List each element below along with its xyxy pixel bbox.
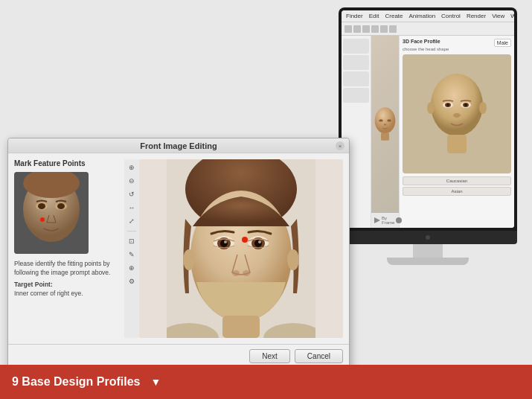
tool-rotate[interactable]: ↺ [126, 189, 137, 200]
stand-neck [413, 244, 443, 258]
menu-edit[interactable]: Edit [369, 13, 379, 19]
mac-menubar: Finder Edit Create Animation Control Ren… [342, 10, 514, 22]
toolbar-btn-6[interactable] [389, 25, 397, 33]
monitor-screen-inner: Finder Edit Create Animation Control Ren… [342, 10, 514, 228]
dialog-close-button[interactable]: × [336, 141, 344, 150]
svg-rect-1 [447, 135, 467, 153]
svg-rect-38 [222, 316, 260, 338]
playback-button[interactable] [374, 217, 380, 223]
tool-settings[interactable]: ⚙ [126, 276, 137, 287]
svg-point-34 [224, 240, 227, 243]
svg-point-9 [464, 103, 467, 106]
face-3d-svg [423, 69, 490, 159]
thumb-red-dot [40, 217, 45, 222]
viewport-area [371, 36, 399, 213]
dialog-target-value: Inner corner of right eye. [14, 290, 83, 297]
next-button[interactable]: Next [249, 349, 290, 363]
gender-select[interactable]: Male [494, 39, 511, 47]
toolbar-btn-5[interactable] [380, 25, 388, 33]
svg-point-33 [254, 240, 262, 247]
monitor-chin [339, 231, 517, 244]
toolbar-btn-4[interactable] [371, 25, 379, 33]
dialog-large-face-area[interactable] [139, 159, 343, 338]
menu-create[interactable]: Create [385, 13, 403, 19]
tool-pen[interactable]: ✎ [126, 249, 137, 260]
dialog-front-image-editing: Front Image Editing × Mark Feature Point… [7, 138, 350, 368]
svg-rect-12 [381, 133, 389, 141]
bottom-bar[interactable]: 9 Base Design Profiles ▼ [0, 365, 532, 399]
bottom-bar-label: 9 Base Design Profiles [12, 375, 141, 389]
svg-point-0 [431, 74, 483, 136]
tool-divider [127, 231, 136, 232]
menu-finder[interactable]: Finder [346, 13, 363, 19]
tool-add[interactable]: ⊕ [126, 263, 137, 273]
toolbar-btn-3[interactable] [362, 25, 370, 33]
face-3d-container [403, 54, 511, 173]
playback-label: By Frame [382, 216, 394, 225]
side-list-item-1[interactable] [343, 39, 369, 54]
svg-point-2 [427, 102, 435, 114]
tool-expand[interactable]: ⤢ [126, 216, 137, 226]
slider-thumb[interactable] [396, 217, 402, 223]
toolbar-btn-1[interactable] [344, 25, 352, 33]
menu-control[interactable]: Control [441, 13, 461, 19]
svg-point-35 [258, 240, 261, 243]
tool-zoom-in[interactable]: ⊕ [126, 162, 137, 173]
dialog-instruction: Please identify the fitting points by fo… [14, 260, 118, 278]
svg-point-21 [57, 203, 65, 209]
profile-btn-caucasian[interactable]: Caucasian [403, 176, 511, 185]
svg-point-32 [220, 240, 228, 247]
side-list-item-3[interactable] [343, 71, 369, 86]
dialog-titlebar: Front Image Editing × [8, 138, 349, 153]
stand-base [387, 258, 469, 265]
svg-point-26 [183, 249, 195, 270]
dialog-toolbar: ⊕ ⊖ ↺ ↔ ⤢ ⊡ ✎ ⊕ ⚙ [124, 159, 139, 338]
svg-point-13 [379, 119, 383, 121]
screen-content: 3D Face Profile choose the head shape Ma… [342, 22, 514, 228]
monitor-screen: Finder Edit Create Animation Control Ren… [339, 7, 517, 231]
tool-zoom-out[interactable]: ⊖ [126, 176, 137, 186]
app-toolbar [342, 22, 514, 36]
tool-select[interactable]: ⊡ [126, 236, 137, 246]
dialog-large-face-svg [167, 159, 315, 338]
slider-area[interactable]: By Frame [371, 213, 399, 228]
svg-point-3 [479, 102, 487, 114]
svg-point-20 [38, 203, 45, 209]
dialog-target: Target Point: Inner corner of right eye. [14, 281, 118, 299]
dialog-target-label: Target Point: [14, 281, 53, 288]
face-panel-subtitle: choose the head shape [403, 47, 511, 51]
profile-btn-asian[interactable]: Asian [403, 187, 511, 196]
red-dot-feature-point [242, 237, 248, 243]
toolbar-btn-2[interactable] [353, 25, 361, 33]
dialog-left-panel: Mark Feature Points [14, 159, 118, 338]
menu-animation[interactable]: Animation [409, 13, 436, 19]
dialog-right-area: ⊕ ⊖ ↺ ↔ ⤢ ⊡ ✎ ⊕ ⚙ [124, 159, 343, 338]
svg-point-10 [453, 113, 461, 118]
profile-btns: Caucasian Asian [403, 176, 511, 196]
viewport-face [371, 83, 399, 165]
monitor-wrapper: Finder Edit Create Animation Control Ren… [339, 7, 517, 265]
svg-point-8 [446, 103, 449, 106]
dialog-body: Mark Feature Points [8, 153, 349, 344]
dialog-title: Front Image Editing [140, 141, 217, 150]
bottom-bar-arrow: ▼ [151, 376, 161, 388]
monitor-stand [339, 244, 517, 265]
svg-point-14 [387, 119, 391, 121]
side-list-item-4[interactable] [343, 88, 369, 103]
menu-view[interactable]: View [492, 13, 504, 19]
tool-flip[interactable]: ↔ [126, 202, 137, 213]
face-thumbnail [14, 172, 89, 254]
svg-point-27 [287, 249, 299, 270]
face-thumb-svg [14, 172, 89, 254]
svg-point-37 [243, 270, 250, 276]
monitor-chin-dot [426, 235, 430, 240]
cancel-button[interactable]: Cancel [295, 349, 343, 363]
face-panel: 3D Face Profile choose the head shape Ma… [399, 36, 514, 228]
side-list-item-2[interactable] [343, 55, 369, 70]
menu-window[interactable]: Window [510, 13, 514, 19]
svg-point-15 [384, 124, 387, 125]
svg-point-11 [375, 107, 396, 133]
dialog-left-title: Mark Feature Points [14, 159, 118, 167]
svg-point-36 [232, 270, 240, 276]
menu-render[interactable]: Render [467, 13, 486, 19]
